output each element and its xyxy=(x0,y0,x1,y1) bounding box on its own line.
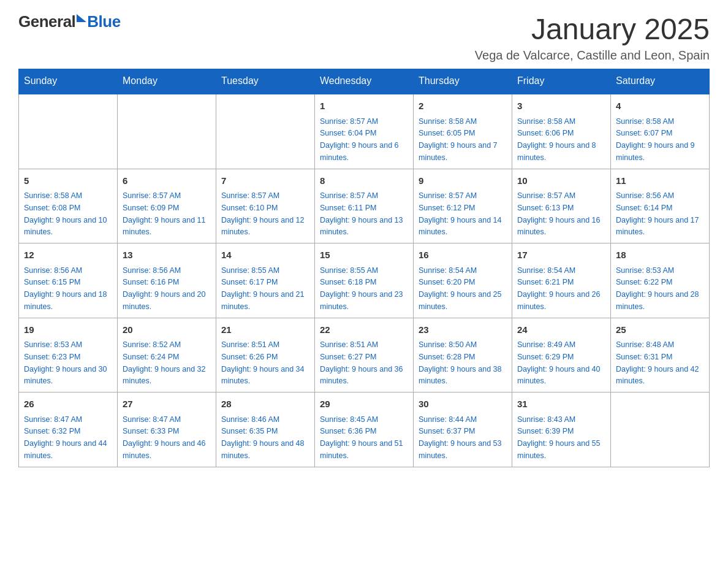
day-info: Sunrise: 8:56 AM Sunset: 6:14 PM Dayligh… xyxy=(616,191,699,236)
day-number: 5 xyxy=(24,174,112,188)
day-number: 27 xyxy=(123,397,211,412)
day-number: 12 xyxy=(24,248,112,262)
day-number: 21 xyxy=(221,323,309,337)
calendar-cell xyxy=(118,94,216,169)
day-number: 8 xyxy=(320,174,408,188)
calendar-cell xyxy=(19,94,118,169)
day-number: 17 xyxy=(517,248,605,262)
day-info: Sunrise: 8:57 AM Sunset: 6:10 PM Dayligh… xyxy=(221,191,305,236)
calendar-cell: 26Sunrise: 8:47 AM Sunset: 6:32 PM Dayli… xyxy=(19,393,118,467)
calendar-cell: 11Sunrise: 8:56 AM Sunset: 6:14 PM Dayli… xyxy=(611,169,710,243)
calendar-cell xyxy=(611,393,710,467)
calendar-cell: 30Sunrise: 8:44 AM Sunset: 6:37 PM Dayli… xyxy=(414,393,512,467)
calendar-week-row: 26Sunrise: 8:47 AM Sunset: 6:32 PM Dayli… xyxy=(19,393,710,467)
calendar-header-tuesday: Tuesday xyxy=(216,69,315,94)
calendar-header-friday: Friday xyxy=(512,69,611,94)
day-info: Sunrise: 8:56 AM Sunset: 6:15 PM Dayligh… xyxy=(24,266,107,311)
day-info: Sunrise: 8:43 AM Sunset: 6:39 PM Dayligh… xyxy=(517,415,601,460)
calendar-week-row: 12Sunrise: 8:56 AM Sunset: 6:15 PM Dayli… xyxy=(19,243,710,318)
day-info: Sunrise: 8:50 AM Sunset: 6:28 PM Dayligh… xyxy=(419,340,502,385)
day-number: 30 xyxy=(419,397,507,412)
day-info: Sunrise: 8:58 AM Sunset: 6:06 PM Dayligh… xyxy=(517,117,596,162)
day-number: 25 xyxy=(616,323,704,337)
calendar-week-row: 19Sunrise: 8:53 AM Sunset: 6:23 PM Dayli… xyxy=(19,318,710,393)
day-info: Sunrise: 8:48 AM Sunset: 6:31 PM Dayligh… xyxy=(616,340,699,385)
day-info: Sunrise: 8:57 AM Sunset: 6:04 PM Dayligh… xyxy=(320,117,399,162)
day-info: Sunrise: 8:56 AM Sunset: 6:16 PM Dayligh… xyxy=(123,266,206,311)
day-number: 15 xyxy=(320,248,408,262)
day-info: Sunrise: 8:57 AM Sunset: 6:13 PM Dayligh… xyxy=(517,191,601,236)
calendar-week-row: 5Sunrise: 8:58 AM Sunset: 6:08 PM Daylig… xyxy=(19,169,710,243)
calendar-cell: 25Sunrise: 8:48 AM Sunset: 6:31 PM Dayli… xyxy=(611,318,710,393)
calendar-header-sunday: Sunday xyxy=(19,69,118,94)
day-number: 24 xyxy=(517,323,605,337)
day-info: Sunrise: 8:57 AM Sunset: 6:12 PM Dayligh… xyxy=(419,191,502,236)
day-number: 19 xyxy=(24,323,112,337)
page-header: General Blue January 2025 Vega de Valcar… xyxy=(18,12,710,63)
calendar-header-row: SundayMondayTuesdayWednesdayThursdayFrid… xyxy=(19,69,710,94)
day-number: 3 xyxy=(517,99,605,113)
calendar-cell: 6Sunrise: 8:57 AM Sunset: 6:09 PM Daylig… xyxy=(118,169,216,243)
day-number: 16 xyxy=(419,248,507,262)
day-info: Sunrise: 8:49 AM Sunset: 6:29 PM Dayligh… xyxy=(517,340,601,385)
calendar-header-monday: Monday xyxy=(118,69,216,94)
day-number: 28 xyxy=(221,397,309,412)
location-title: Vega de Valcarce, Castille and Leon, Spa… xyxy=(475,48,710,63)
day-info: Sunrise: 8:44 AM Sunset: 6:37 PM Dayligh… xyxy=(419,415,502,460)
calendar-cell: 17Sunrise: 8:54 AM Sunset: 6:21 PM Dayli… xyxy=(512,243,611,318)
day-number: 29 xyxy=(320,397,408,412)
day-info: Sunrise: 8:52 AM Sunset: 6:24 PM Dayligh… xyxy=(123,340,206,385)
day-number: 31 xyxy=(517,397,605,412)
day-number: 1 xyxy=(320,99,408,113)
day-info: Sunrise: 8:47 AM Sunset: 6:33 PM Dayligh… xyxy=(123,415,206,460)
calendar-cell: 10Sunrise: 8:57 AM Sunset: 6:13 PM Dayli… xyxy=(512,169,611,243)
calendar-cell: 14Sunrise: 8:55 AM Sunset: 6:17 PM Dayli… xyxy=(216,243,315,318)
calendar-header-thursday: Thursday xyxy=(414,69,512,94)
day-info: Sunrise: 8:53 AM Sunset: 6:23 PM Dayligh… xyxy=(24,340,107,385)
calendar-cell: 24Sunrise: 8:49 AM Sunset: 6:29 PM Dayli… xyxy=(512,318,611,393)
day-number: 6 xyxy=(123,174,211,188)
logo-area: General Blue xyxy=(18,12,121,31)
day-number: 2 xyxy=(419,99,507,113)
day-number: 26 xyxy=(24,397,112,412)
calendar-cell xyxy=(216,94,315,169)
day-number: 23 xyxy=(419,323,507,337)
calendar-cell: 23Sunrise: 8:50 AM Sunset: 6:28 PM Dayli… xyxy=(414,318,512,393)
day-info: Sunrise: 8:58 AM Sunset: 6:07 PM Dayligh… xyxy=(616,117,695,162)
calendar-cell: 3Sunrise: 8:58 AM Sunset: 6:06 PM Daylig… xyxy=(512,94,611,169)
calendar-cell: 18Sunrise: 8:53 AM Sunset: 6:22 PM Dayli… xyxy=(611,243,710,318)
calendar-cell: 29Sunrise: 8:45 AM Sunset: 6:36 PM Dayli… xyxy=(315,393,414,467)
day-number: 22 xyxy=(320,323,408,337)
day-info: Sunrise: 8:54 AM Sunset: 6:20 PM Dayligh… xyxy=(419,266,502,311)
day-info: Sunrise: 8:55 AM Sunset: 6:17 PM Dayligh… xyxy=(221,266,305,311)
calendar-cell: 15Sunrise: 8:55 AM Sunset: 6:18 PM Dayli… xyxy=(315,243,414,318)
calendar-cell: 8Sunrise: 8:57 AM Sunset: 6:11 PM Daylig… xyxy=(315,169,414,243)
calendar-week-row: 1Sunrise: 8:57 AM Sunset: 6:04 PM Daylig… xyxy=(19,94,710,169)
calendar-cell: 9Sunrise: 8:57 AM Sunset: 6:12 PM Daylig… xyxy=(414,169,512,243)
calendar-cell: 5Sunrise: 8:58 AM Sunset: 6:08 PM Daylig… xyxy=(19,169,118,243)
calendar-cell: 31Sunrise: 8:43 AM Sunset: 6:39 PM Dayli… xyxy=(512,393,611,467)
day-number: 11 xyxy=(616,174,704,188)
day-info: Sunrise: 8:57 AM Sunset: 6:11 PM Dayligh… xyxy=(320,191,403,236)
day-number: 4 xyxy=(616,99,704,113)
day-number: 14 xyxy=(221,248,309,262)
day-number: 18 xyxy=(616,248,704,262)
day-number: 13 xyxy=(123,248,211,262)
calendar-cell: 4Sunrise: 8:58 AM Sunset: 6:07 PM Daylig… xyxy=(611,94,710,169)
calendar-cell: 1Sunrise: 8:57 AM Sunset: 6:04 PM Daylig… xyxy=(315,94,414,169)
day-info: Sunrise: 8:55 AM Sunset: 6:18 PM Dayligh… xyxy=(320,266,403,311)
calendar-cell: 2Sunrise: 8:58 AM Sunset: 6:05 PM Daylig… xyxy=(414,94,512,169)
day-info: Sunrise: 8:46 AM Sunset: 6:35 PM Dayligh… xyxy=(221,415,305,460)
calendar-cell: 28Sunrise: 8:46 AM Sunset: 6:35 PM Dayli… xyxy=(216,393,315,467)
month-title: January 2025 xyxy=(475,12,710,46)
day-number: 9 xyxy=(419,174,507,188)
logo-blue-text: Blue xyxy=(87,12,120,31)
calendar-cell: 13Sunrise: 8:56 AM Sunset: 6:16 PM Dayli… xyxy=(118,243,216,318)
day-number: 20 xyxy=(123,323,211,337)
day-info: Sunrise: 8:45 AM Sunset: 6:36 PM Dayligh… xyxy=(320,415,403,460)
calendar-cell: 19Sunrise: 8:53 AM Sunset: 6:23 PM Dayli… xyxy=(19,318,118,393)
day-info: Sunrise: 8:47 AM Sunset: 6:32 PM Dayligh… xyxy=(24,415,107,460)
calendar-header-saturday: Saturday xyxy=(611,69,710,94)
day-info: Sunrise: 8:51 AM Sunset: 6:27 PM Dayligh… xyxy=(320,340,403,385)
calendar-cell: 22Sunrise: 8:51 AM Sunset: 6:27 PM Dayli… xyxy=(315,318,414,393)
